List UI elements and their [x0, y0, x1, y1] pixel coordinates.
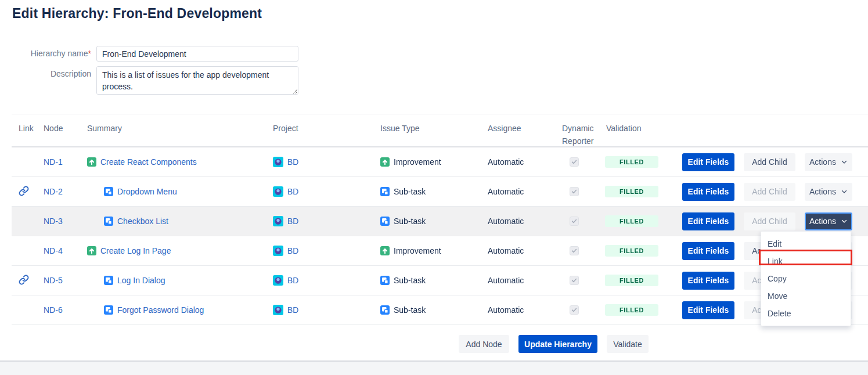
project-avatar [273, 216, 283, 226]
page-title: Edit Hierarchy: Fron-End Development [12, 6, 868, 21]
issue-type-label: Sub-task [394, 187, 426, 196]
menu-item-copy[interactable]: Copy [761, 270, 851, 287]
table-row: ND-5 Log In Dialog BD Sub-task Automatic… [12, 266, 868, 295]
node-link[interactable]: ND-6 [44, 305, 63, 315]
update-hierarchy-button[interactable]: Update Hierarchy [518, 335, 597, 353]
edit-fields-button[interactable]: Edit Fields [682, 183, 734, 201]
actions-button[interactable]: Actions [805, 153, 852, 171]
menu-item-link[interactable]: Link [761, 253, 851, 270]
add-child-button: Add Child [744, 212, 795, 230]
project-link[interactable]: BD [287, 276, 298, 285]
project-avatar [273, 246, 283, 256]
add-child-button[interactable]: Add Child [744, 153, 795, 171]
menu-item-move[interactable]: Move [761, 287, 851, 305]
summary-link[interactable]: Checkbox List [117, 217, 168, 226]
description-textarea[interactable]: This is a list of issues for the app dev… [96, 66, 298, 95]
col-dynamic-reporter: Dynamic Reporter [556, 114, 600, 147]
actions-dropdown-menu: Edit Link Copy Move Delete [761, 231, 851, 326]
table-row: ND-6 Forgot Password Dialog BD Sub-task … [12, 295, 868, 325]
actions-button[interactable]: Actions [805, 183, 852, 201]
subtask-icon [380, 187, 390, 196]
edit-fields-button[interactable]: Edit Fields [682, 153, 734, 171]
edit-fields-button[interactable]: Edit Fields [682, 301, 734, 319]
validation-badge: FILLED [605, 275, 658, 286]
node-link[interactable]: ND-2 [44, 187, 63, 196]
actions-button-label: Actions [809, 187, 836, 196]
assignee-value: Automatic [482, 276, 556, 285]
validation-badge: FILLED [605, 215, 658, 227]
summary-link[interactable]: Log In Dialog [117, 276, 165, 285]
subtask-icon [104, 305, 113, 315]
edit-hierarchy-page: Edit Hierarchy: Fron-End Development Hie… [0, 0, 868, 375]
project-avatar [273, 157, 283, 167]
node-link[interactable]: ND-5 [44, 276, 63, 285]
project-link[interactable]: BD [287, 305, 298, 315]
add-child-button: Add Child [744, 183, 795, 201]
subtask-icon [380, 217, 390, 226]
project-link[interactable]: BD [287, 187, 298, 196]
dynamic-reporter-checkbox[interactable] [570, 187, 579, 196]
required-asterisk: * [88, 49, 91, 58]
summary-link[interactable]: Dropdown Menu [117, 187, 177, 196]
table-row: ND-2 Dropdown Menu BD Sub-task Automatic… [12, 177, 868, 207]
table-header: Link Node Summary Project Issue Type Ass… [12, 114, 868, 147]
table-row: ND-4 Create Log In Page BD Improvement A… [12, 236, 868, 266]
edit-fields-button[interactable]: Edit Fields [682, 212, 734, 230]
validation-badge: FILLED [605, 304, 658, 316]
summary-link[interactable]: Create Log In Page [100, 246, 171, 255]
hierarchy-table: Link Node Summary Project Issue Type Ass… [12, 114, 868, 325]
summary-link[interactable]: Forgot Password Dialog [117, 305, 204, 315]
issue-type-label: Sub-task [394, 276, 426, 285]
chevron-down-icon [841, 188, 848, 195]
dynamic-reporter-checkbox[interactable] [570, 276, 579, 285]
node-link[interactable]: ND-1 [44, 157, 63, 167]
validate-button[interactable]: Validate [607, 335, 649, 353]
improvement-icon [380, 246, 390, 255]
hierarchy-name-label: Hierarchy name* [0, 46, 91, 58]
project-link[interactable]: BD [287, 157, 298, 167]
validation-badge: FILLED [605, 245, 658, 257]
subtask-icon [104, 187, 113, 196]
issue-type-label: Sub-task [394, 217, 426, 226]
col-link: Link [12, 114, 38, 135]
project-link[interactable]: BD [287, 246, 298, 255]
description-row: Description This is a list of issues for… [0, 66, 868, 96]
col-summary: Summary [81, 114, 267, 135]
hierarchy-name-row: Hierarchy name* [0, 46, 868, 62]
hierarchy-name-input[interactable] [96, 46, 298, 62]
check-icon [571, 218, 578, 225]
link-icon [19, 186, 29, 196]
dynamic-reporter-checkbox[interactable] [570, 217, 579, 226]
check-icon [571, 188, 578, 195]
actions-button-open[interactable]: Actions [805, 212, 852, 230]
node-link[interactable]: ND-4 [44, 246, 63, 255]
chevron-down-icon [841, 218, 848, 225]
menu-item-edit[interactable]: Edit [761, 235, 851, 253]
project-avatar [273, 305, 283, 315]
node-link[interactable]: ND-3 [44, 217, 63, 226]
project-link[interactable]: BD [287, 217, 298, 226]
edit-fields-button[interactable]: Edit Fields [682, 272, 734, 290]
check-icon [571, 158, 578, 165]
issue-type-label: Improvement [394, 246, 441, 255]
edit-fields-button[interactable]: Edit Fields [682, 242, 734, 260]
subtask-icon [380, 276, 390, 285]
project-avatar [273, 186, 283, 197]
dynamic-reporter-checkbox[interactable] [570, 246, 579, 255]
link-icon [19, 275, 29, 285]
assignee-value: Automatic [482, 246, 556, 255]
summary-link[interactable]: Create React Components [100, 157, 197, 167]
menu-item-delete[interactable]: Delete [761, 305, 851, 322]
add-node-button[interactable]: Add Node [459, 335, 509, 353]
col-project: Project [267, 114, 374, 135]
col-assignee: Assignee [482, 114, 556, 135]
table-row-selected: ND-3 Checkbox List BD Sub-task Automatic… [12, 207, 868, 236]
check-icon [571, 307, 578, 313]
issue-type-label: Improvement [394, 157, 441, 167]
check-icon [571, 247, 578, 254]
dynamic-reporter-checkbox[interactable] [570, 157, 579, 167]
hierarchy-name-label-text: Hierarchy name [31, 49, 88, 58]
assignee-value: Automatic [482, 305, 556, 315]
dynamic-reporter-checkbox[interactable] [570, 305, 579, 315]
check-icon [571, 277, 578, 284]
